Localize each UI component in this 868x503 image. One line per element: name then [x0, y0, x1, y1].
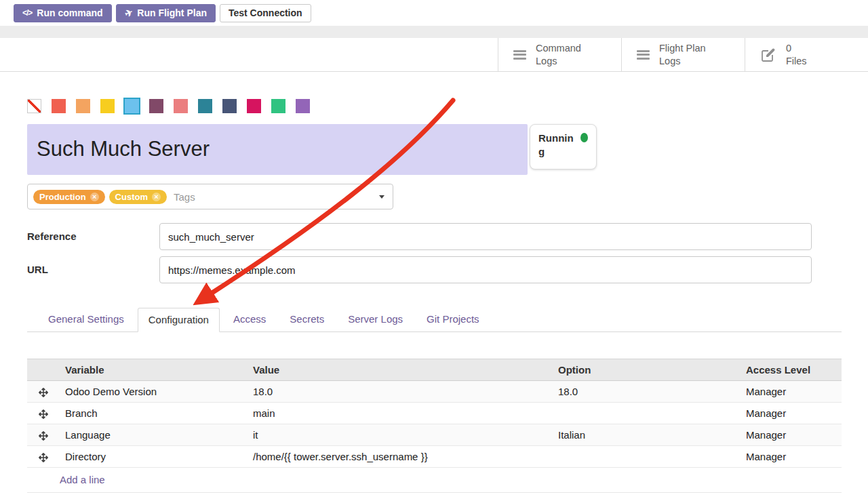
list-icon	[637, 50, 650, 60]
drag-handle[interactable]	[27, 381, 60, 403]
cell-value[interactable]: it	[248, 424, 553, 446]
field-row: URL	[27, 256, 812, 283]
tag-remove-icon[interactable]: ×	[90, 193, 99, 201]
table-row[interactable]: LanguageitItalianManager	[27, 424, 842, 446]
tag-custom[interactable]: Custom×	[109, 190, 167, 204]
color-swatch-5[interactable]	[149, 99, 163, 113]
flight-plan-logs-button[interactable]: Flight Plan Logs	[621, 38, 745, 71]
cell-option[interactable]: Italian	[553, 424, 741, 446]
color-swatch-9[interactable]	[247, 99, 261, 113]
cell-variable[interactable]: Directory	[60, 446, 248, 468]
cell-option[interactable]: 18.0	[553, 381, 741, 403]
files-label: Files	[786, 55, 848, 68]
status-label: Running	[538, 132, 574, 159]
color-swatch-8[interactable]	[222, 99, 237, 113]
tags-field[interactable]: Production×Custom× Tags	[27, 184, 393, 209]
table-row[interactable]: Directory/home/{{ tower.server.ssh_usern…	[27, 446, 842, 468]
cell-variable[interactable]: Odoo Demo Version	[60, 381, 248, 403]
files-button[interactable]: 0 Files	[745, 38, 868, 71]
color-swatch-1[interactable]	[52, 99, 66, 113]
field-row: Reference	[27, 223, 812, 250]
table-header-row: VariableValueOptionAccess Level	[27, 359, 842, 381]
color-palette	[27, 99, 842, 113]
field-label-reference: Reference	[27, 223, 159, 250]
cell-variable[interactable]: Branch	[60, 403, 248, 424]
command-logs-label: Command Logs	[536, 42, 598, 68]
separator-band	[0, 26, 868, 38]
cell-access-level[interactable]: Manager	[741, 424, 842, 446]
drag-handle-icon	[39, 453, 48, 462]
run-command-button[interactable]: </> Run command	[14, 4, 112, 22]
title-row: Such Much Server Running	[27, 124, 842, 175]
dropdown-caret-icon[interactable]	[379, 195, 384, 199]
column-header-access-level[interactable]: Access Level	[741, 359, 842, 381]
tab-git-projects[interactable]: Git Projects	[416, 308, 490, 331]
color-swatch-7[interactable]	[198, 99, 212, 113]
files-stat-label: 0 Files	[786, 42, 848, 68]
add-a-line-link[interactable]: Add a line	[27, 468, 842, 493]
cell-option[interactable]	[553, 403, 741, 424]
files-count: 0	[786, 42, 848, 55]
drag-handle[interactable]	[27, 446, 60, 468]
table-row[interactable]: BranchmainManager	[27, 403, 842, 424]
cell-variable[interactable]: Language	[60, 424, 248, 446]
color-swatch-10[interactable]	[271, 99, 285, 113]
field-label-url: URL	[27, 256, 159, 283]
color-swatch-0[interactable]	[27, 99, 41, 113]
color-swatch-4[interactable]	[125, 99, 139, 113]
column-header-handle	[27, 359, 60, 381]
run-flight-plan-label: Run Flight Plan	[137, 7, 207, 18]
tab-configuration[interactable]: Configuration	[138, 308, 220, 332]
run-command-label: Run command	[37, 7, 102, 18]
drag-handle-icon	[39, 431, 48, 441]
column-header-option[interactable]: Option	[553, 359, 741, 381]
flight-plan-logs-label: Flight Plan Logs	[659, 42, 722, 68]
column-header-variable[interactable]: Variable	[60, 359, 248, 381]
test-connection-button[interactable]: Test Connection	[220, 4, 311, 22]
command-logs-button[interactable]: Command Logs	[498, 38, 621, 71]
drag-handle-icon	[39, 388, 48, 397]
drag-handle[interactable]	[27, 403, 60, 424]
main-content: Such Much Server Running Production×Cust…	[0, 99, 868, 493]
status-running-dot	[580, 133, 588, 142]
drag-handle-icon	[39, 409, 48, 419]
color-swatch-11[interactable]	[296, 99, 310, 113]
tag-remove-icon[interactable]: ×	[152, 193, 161, 201]
tab-server-logs[interactable]: Server Logs	[338, 308, 413, 331]
tags-list: Production×Custom×	[33, 190, 167, 204]
color-swatch-6[interactable]	[174, 99, 188, 113]
table-row[interactable]: Odoo Demo Version18.018.0Manager	[27, 381, 842, 403]
field-input-url[interactable]	[159, 256, 812, 283]
code-icon: </>	[22, 8, 32, 18]
tab-access[interactable]: Access	[223, 308, 276, 331]
run-flight-plan-button[interactable]: ✈ Run Flight Plan	[116, 4, 216, 22]
tab-bar: General SettingsConfigurationAccessSecre…	[27, 308, 842, 332]
plane-icon: ✈	[123, 6, 134, 19]
cell-access-level[interactable]: Manager	[741, 381, 842, 403]
cell-value[interactable]: /home/{{ tower.server.ssh_username }}	[248, 446, 553, 468]
edit-icon	[760, 47, 776, 63]
drag-handle[interactable]	[27, 424, 60, 446]
cell-value[interactable]: main	[248, 403, 553, 424]
color-swatch-2[interactable]	[76, 99, 90, 113]
field-input-reference[interactable]	[159, 223, 812, 250]
status-card[interactable]: Running	[530, 124, 597, 169]
tag-label: Custom	[115, 192, 148, 202]
tab-secrets[interactable]: Secrets	[279, 308, 334, 331]
server-name-input[interactable]: Such Much Server	[27, 124, 528, 175]
cell-value[interactable]: 18.0	[248, 381, 553, 403]
variables-table: VariableValueOptionAccess Level Odoo Dem…	[27, 359, 842, 468]
tab-general-settings[interactable]: General Settings	[38, 308, 134, 331]
color-swatch-3[interactable]	[100, 99, 115, 113]
list-icon	[513, 50, 526, 60]
cell-option[interactable]	[553, 446, 741, 468]
cell-access-level[interactable]: Manager	[741, 403, 842, 424]
column-header-value[interactable]: Value	[248, 359, 553, 381]
tag-label: Production	[39, 192, 86, 202]
configuration-table-wrap: VariableValueOptionAccess Level Odoo Dem…	[27, 359, 842, 493]
top-toolbar: </> Run command ✈ Run Flight Plan Test C…	[0, 0, 868, 26]
cell-access-level[interactable]: Manager	[741, 446, 842, 468]
table-body: Odoo Demo Version18.018.0ManagerBranchma…	[27, 381, 842, 468]
tag-production[interactable]: Production×	[33, 190, 105, 204]
field-rows: ReferenceURL	[27, 223, 812, 283]
